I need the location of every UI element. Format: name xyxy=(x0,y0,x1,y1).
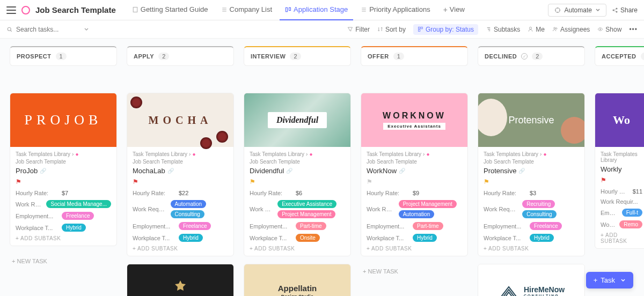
card-cover: HireMeNow CONSULTING xyxy=(478,264,584,296)
tag-chip[interactable]: Executive Assistance xyxy=(277,200,336,208)
sort-button[interactable]: Sort by xyxy=(377,26,406,33)
tag-chip[interactable]: Freelance xyxy=(179,222,211,230)
add-subtask-button[interactable]: + ADD SUBTASK xyxy=(250,246,345,251)
automate-button[interactable]: Automate xyxy=(548,4,606,17)
add-subtask-button[interactable]: + ADD SUBTASK xyxy=(367,246,462,251)
tag-chip[interactable]: Part-time xyxy=(296,222,326,230)
tab-getting-started[interactable]: Getting Started Guide xyxy=(127,0,214,20)
search-input[interactable] xyxy=(16,26,80,33)
card-appellatin[interactable]: Appellatin Design Studio xyxy=(244,264,351,296)
filter-icon xyxy=(347,26,353,32)
column-header[interactable]: DECLINED ✓ 2 xyxy=(478,46,585,66)
tag-chip[interactable]: Hybrid xyxy=(62,224,86,232)
tag-chip[interactable]: Automation xyxy=(399,210,435,218)
tag-chip[interactable]: Hybrid xyxy=(530,234,554,242)
add-subtask-button[interactable]: + ADD SUBTASK xyxy=(601,232,642,244)
filter-button[interactable]: Filter xyxy=(347,26,370,33)
tag-chip[interactable]: Automation xyxy=(171,200,207,208)
tag-chip[interactable]: Project Management xyxy=(277,210,335,218)
list-icon xyxy=(221,6,228,13)
svg-point-5 xyxy=(616,8,617,9)
group-by-button[interactable]: Group by: Status xyxy=(413,24,478,35)
tag-chip[interactable]: Hybrid xyxy=(179,234,203,242)
tab-priority-applications[interactable]: Priority Applications xyxy=(355,0,435,20)
card-title: MochaLab🔗 xyxy=(133,167,228,175)
search-box[interactable] xyxy=(6,26,92,33)
flag-icon[interactable]: ⚑ xyxy=(484,178,579,186)
card-workly[interactable]: Wo Task Templates Library Workly ⚑ Hourl… xyxy=(595,93,644,249)
automate-icon xyxy=(554,6,561,14)
tab-add-view[interactable]: + View xyxy=(438,0,470,20)
card-cover: MOCHA xyxy=(127,93,233,147)
column-offer: OFFER 1 WORKNOW Executive Assistants Tas… xyxy=(361,46,468,288)
new-task-button[interactable]: + NEW TASK xyxy=(361,264,468,279)
card-dividendful[interactable]: Dividendful Task Templates Library › ● J… xyxy=(244,93,351,256)
column-header[interactable]: PROSPECT 1 xyxy=(10,46,117,66)
link-icon: 🔗 xyxy=(40,168,46,174)
new-task-fab[interactable]: + Task xyxy=(586,272,633,288)
svg-rect-1 xyxy=(286,8,288,12)
search-icon xyxy=(6,26,13,33)
tab-application-stage[interactable]: Application Stage xyxy=(280,0,353,20)
tag-chip[interactable]: Remo xyxy=(619,220,642,228)
chevron-down-icon[interactable] xyxy=(84,27,89,32)
add-subtask-button[interactable]: + ADD SUBTASK xyxy=(484,246,579,251)
tab-company-list[interactable]: Company List xyxy=(216,0,277,20)
column-apply: APPLY 2 MOCHA Task Templates Library › ●… xyxy=(127,46,234,288)
card-cover: Dividendful xyxy=(244,93,350,147)
tag-chip[interactable]: Freelance xyxy=(62,212,94,220)
tag-chip[interactable]: Consulting xyxy=(171,210,204,218)
menu-icon[interactable] xyxy=(6,6,16,14)
info-icon[interactable]: ✓ xyxy=(521,53,528,60)
me-button[interactable]: Me xyxy=(528,26,545,33)
tag-chip[interactable]: Social Media Manage... xyxy=(46,200,111,208)
card-worknow[interactable]: WORKNOW Executive Assistants Task Templa… xyxy=(361,93,468,256)
column-header[interactable]: INTERVIEW 2 xyxy=(244,46,351,66)
column-accepted: ACCEPTED 1 Wo Task Templates Library Wor… xyxy=(595,46,644,288)
new-task-button[interactable]: + NEW TASK xyxy=(10,254,117,269)
link-icon: 🔗 xyxy=(518,168,525,174)
card-mochalab[interactable]: MOCHA Task Templates Library › ● Job Sea… xyxy=(127,93,234,256)
app-logo-icon[interactable] xyxy=(21,6,30,14)
card-hiremenow[interactable]: HireMeNow CONSULTING xyxy=(478,264,585,296)
flag-icon[interactable]: ⚑ xyxy=(367,178,462,186)
more-button[interactable]: ••• xyxy=(629,26,638,33)
svg-point-12 xyxy=(554,27,555,29)
group-icon xyxy=(418,26,423,32)
tag-chip[interactable]: Freelance xyxy=(530,222,562,230)
add-subtask-button[interactable]: + ADD SUBTASK xyxy=(16,235,111,241)
svg-rect-0 xyxy=(133,7,137,12)
assignees-button[interactable]: Assignees xyxy=(552,26,590,33)
svg-rect-2 xyxy=(289,8,291,10)
flag-icon[interactable]: ⚑ xyxy=(250,178,345,186)
card-cover: WORKNOW Executive Assistants xyxy=(361,93,467,147)
person-icon xyxy=(528,26,533,32)
subtasks-button[interactable]: Subtasks xyxy=(486,26,520,33)
link-icon: 🔗 xyxy=(286,168,292,174)
add-subtask-button[interactable]: + ADD SUBTASK xyxy=(133,246,228,251)
tag-chip[interactable]: Project Management xyxy=(399,200,457,208)
tasko-logo-icon xyxy=(174,279,187,292)
card-protensive[interactable]: Protensive Task Templates Library › ● Jo… xyxy=(478,93,585,256)
flag-icon[interactable]: ⚑ xyxy=(16,178,111,186)
card-projob[interactable]: PROJOB Task Templates Library › ● Job Se… xyxy=(10,93,117,246)
people-icon xyxy=(552,26,558,32)
column-header[interactable]: ACCEPTED 1 xyxy=(595,46,644,66)
share-button[interactable]: Share xyxy=(612,6,638,14)
tag-chip[interactable]: Recruiting xyxy=(522,200,555,208)
svg-point-7 xyxy=(8,27,11,31)
tag-chip[interactable]: Full-t xyxy=(622,209,642,217)
tag-chip[interactable]: Part-time xyxy=(413,222,443,230)
breadcrumb: Task Templates Library › ● Job Search Te… xyxy=(250,151,345,165)
tag-chip[interactable]: Consulting xyxy=(522,210,556,218)
show-button[interactable]: Show xyxy=(597,26,621,33)
card-tasko[interactable]: TASKO xyxy=(127,264,234,296)
column-header[interactable]: APPLY 2 xyxy=(127,46,234,66)
tag-chip[interactable]: Hybrid xyxy=(413,234,437,242)
flag-icon[interactable]: ⚑ xyxy=(601,176,642,184)
page-title: Job Search Template xyxy=(35,5,116,14)
tag-chip[interactable]: Onsite xyxy=(296,234,320,242)
column-header[interactable]: OFFER 1 xyxy=(361,46,468,66)
svg-rect-8 xyxy=(418,27,420,28)
flag-icon[interactable]: ⚑ xyxy=(133,178,228,186)
